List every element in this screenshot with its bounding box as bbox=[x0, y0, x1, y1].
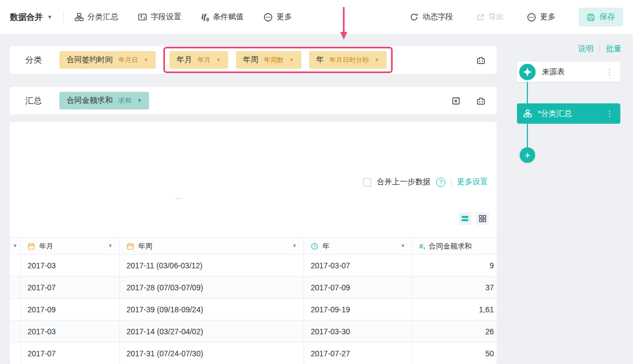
tag-name: 年月 bbox=[177, 55, 192, 65]
resize-handle-icon[interactable]: ⋯ bbox=[175, 194, 184, 202]
data-merge-menu[interactable]: 数据合并 ▼ bbox=[10, 12, 52, 23]
grid-view-toggle[interactable] bbox=[476, 212, 489, 225]
export-icon bbox=[476, 13, 485, 21]
tag-name: 年 bbox=[316, 55, 324, 65]
table-cell: 2017-03 bbox=[21, 321, 120, 342]
calendar-week-icon bbox=[126, 242, 134, 250]
summary-row-label: 汇总 bbox=[25, 96, 59, 106]
toolbar-item-label: 更多 bbox=[540, 12, 555, 22]
kebab-menu-icon[interactable]: ⋮ bbox=[606, 67, 614, 77]
table-header-truncated[interactable]: ▼ bbox=[10, 238, 21, 254]
toolbar-item-field-settings[interactable]: 字段设置 bbox=[138, 12, 181, 22]
column-label: 合同金额求和 bbox=[429, 241, 472, 251]
chevron-down-icon[interactable]: ▼ bbox=[108, 244, 113, 249]
merge-option-row: 合并上一步数据 ? 更多设置 bbox=[363, 177, 488, 187]
view-toggles bbox=[459, 212, 489, 225]
flow-node-category-summary[interactable]: *分类汇总 ⋮ bbox=[517, 103, 620, 124]
node-label: *分类汇总 bbox=[538, 109, 571, 119]
batch-link[interactable]: 批量 bbox=[606, 44, 621, 54]
table-cell: 2017-14 (03/27-04/02) bbox=[120, 321, 304, 342]
chevron-down-icon: ▼ bbox=[144, 58, 148, 63]
data-merge-label: 数据合并 bbox=[10, 12, 43, 23]
table-row: 2017-03 2017-11 (03/06-03/12) 2017-03-07… bbox=[10, 255, 497, 277]
toolbar-item-label: 导出 bbox=[488, 12, 504, 22]
toolbar-item-label: 分类汇总 bbox=[87, 12, 118, 22]
clear-summary-icon[interactable] bbox=[476, 96, 486, 106]
chevron-down-icon: ▼ bbox=[375, 58, 379, 63]
summary-row-icons bbox=[452, 96, 489, 106]
row-view-toggle[interactable] bbox=[459, 212, 471, 225]
preview-table: ▼ 年月 ▼ 年周 ▼ bbox=[10, 238, 497, 364]
chevron-down-icon: ▼ bbox=[137, 98, 142, 103]
table-cell bbox=[10, 277, 21, 298]
remove-aggregation-icon[interactable] bbox=[452, 96, 461, 106]
toolbar-item-more[interactable]: 更多 bbox=[263, 12, 292, 22]
conditional-assignment-icon: if0 bbox=[201, 12, 209, 23]
table-cell: 2017-07 bbox=[21, 343, 120, 364]
toolbar-item-conditional-assignment[interactable]: if0 条件赋值 bbox=[201, 12, 244, 23]
clear-category-icon[interactable] bbox=[476, 56, 486, 65]
category-panel: 分类 合同签约时间 年月日 ▼ 年月 年月 ▼ 年周 年周数 ▼ 年 bbox=[10, 46, 497, 74]
field-tag-year-month[interactable]: 年月 年月 ▼ bbox=[169, 51, 228, 69]
annotation-arrow-icon bbox=[339, 7, 349, 42]
preview-panel: 合并上一步数据 ? 更多设置 ⋯ bbox=[10, 122, 497, 364]
field-tag-contract-amount-sum[interactable]: 合同金额求和 求和 ▼ bbox=[59, 92, 149, 109]
save-button[interactable]: 保存 bbox=[579, 8, 623, 26]
screen: 数据合并 ▼ 分类汇总 字段设置 if0 条件赋值 bbox=[0, 0, 633, 364]
chevron-down-icon[interactable]: ▼ bbox=[292, 244, 297, 249]
field-tag-year-week[interactable]: 年周 年周数 ▼ bbox=[236, 51, 301, 69]
column-label: 年周 bbox=[138, 241, 152, 251]
toolbar-item-label: 条件赋值 bbox=[213, 12, 244, 22]
table-cell: 2017-03-30 bbox=[304, 321, 412, 342]
more-icon bbox=[527, 13, 536, 22]
node-label: 来源表 bbox=[542, 67, 565, 77]
divider bbox=[599, 45, 600, 53]
calendar-month-icon bbox=[27, 242, 35, 250]
chevron-down-icon[interactable]: ▼ bbox=[13, 244, 18, 249]
table-cell: 2017-31 (07/24-07/30) bbox=[120, 343, 304, 364]
field-tag-year[interactable]: 年 年月日时分秒 ▼ bbox=[309, 51, 387, 69]
table-header-amount-sum[interactable]: #, 合同金额求和 bbox=[412, 238, 497, 254]
save-label: 保存 bbox=[599, 12, 615, 22]
tag-type: 年月日时分秒 bbox=[329, 56, 369, 65]
add-node-button[interactable]: + bbox=[520, 147, 535, 163]
field-tag-contract-sign-time[interactable]: 合同签约时间 年月日 ▼ bbox=[59, 51, 156, 69]
table-header-year-month[interactable]: 年月 ▼ bbox=[21, 238, 120, 254]
explanation-link[interactable]: 说明 bbox=[578, 44, 593, 54]
chevron-down-icon: ▼ bbox=[216, 58, 221, 63]
table-cell: 2017-07 bbox=[21, 277, 120, 298]
table-header-year[interactable]: 年 ▼ bbox=[304, 238, 412, 254]
tag-type: 年月 bbox=[197, 56, 211, 65]
table-cell: 1,61 bbox=[412, 299, 497, 320]
toolbar-item-more-right[interactable]: 更多 bbox=[527, 12, 555, 22]
merge-previous-checkbox[interactable] bbox=[363, 178, 371, 186]
toolbar-right-group: 动态字段 导出 更多 bbox=[410, 8, 623, 26]
chevron-down-icon: ▼ bbox=[289, 58, 294, 63]
table-cell bbox=[10, 343, 21, 364]
row-view-icon bbox=[461, 214, 469, 223]
field-settings-icon bbox=[138, 13, 147, 21]
merge-option-label: 合并上一步数据 bbox=[377, 177, 431, 187]
toolbar-item-export[interactable]: 导出 bbox=[476, 12, 504, 22]
toolbar-item-label: 更多 bbox=[277, 12, 292, 22]
table-row: 2017-07 2017-31 (07/24-07/30) 2017-07-27… bbox=[10, 343, 497, 364]
chevron-down-icon[interactable]: ▼ bbox=[400, 244, 405, 249]
toolbar-item-dynamic-field[interactable]: 动态字段 bbox=[410, 12, 453, 22]
table-cell: 37 bbox=[412, 277, 497, 298]
category-summary-icon bbox=[75, 13, 84, 21]
summary-panel: 汇总 合同金额求和 求和 ▼ bbox=[10, 87, 497, 114]
table-row: 2017-09 2017-39 (09/18-09/24) 2017-09-19… bbox=[10, 299, 497, 321]
help-icon[interactable]: ? bbox=[436, 178, 445, 187]
table-row: 2017-07 2017-28 (07/03-07/09) 2017-07-09… bbox=[10, 277, 497, 299]
toolbar-item-label: 动态字段 bbox=[422, 12, 453, 22]
toolbar-item-category-summary[interactable]: 分类汇总 bbox=[75, 12, 118, 22]
divider bbox=[451, 178, 452, 186]
category-tags: 合同签约时间 年月日 ▼ 年月 年月 ▼ 年周 年周数 ▼ 年 年月日时分秒 bbox=[59, 47, 476, 73]
flow-node-source-table[interactable]: 来源表 ⋮ bbox=[517, 62, 620, 82]
table-header-year-week[interactable]: 年周 ▼ bbox=[120, 238, 304, 254]
more-settings-link[interactable]: 更多设置 bbox=[457, 177, 488, 187]
table-cell bbox=[10, 255, 21, 276]
kebab-menu-icon[interactable]: ⋮ bbox=[606, 109, 614, 119]
number-field-icon: #, bbox=[419, 242, 425, 250]
table-cell: 9 bbox=[412, 255, 497, 276]
